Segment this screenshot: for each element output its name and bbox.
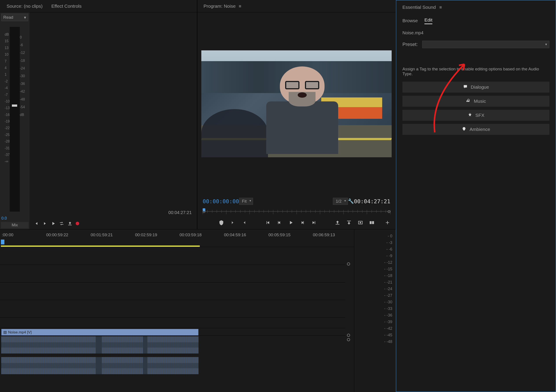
tag-label: Music — [474, 99, 486, 104]
tag-dialogue-button[interactable]: Dialogue — [402, 82, 549, 92]
insert-icon[interactable] — [67, 221, 73, 226]
hint-text: Assign a Tag to the selection to enable … — [396, 54, 556, 82]
keyframe-icon[interactable] — [347, 338, 350, 341]
play-icon[interactable] — [51, 221, 56, 226]
source-tab[interactable]: Source: (no clips) — [7, 4, 42, 9]
program-monitor[interactable] — [197, 12, 396, 195]
music-icon — [466, 98, 471, 104]
tab-edit[interactable]: Edit — [425, 17, 432, 24]
svg-rect-3 — [372, 221, 374, 224]
out-marker[interactable] — [388, 210, 390, 213]
tag-label: Dialogue — [471, 85, 489, 90]
effect-controls-tab[interactable]: Effect Controls — [51, 4, 81, 9]
tag-sfx-button[interactable]: SFX — [402, 110, 549, 121]
source-timecode: 00:04:27:21 — [30, 210, 197, 218]
record-icon[interactable] — [76, 222, 79, 225]
ambience-icon — [462, 126, 466, 132]
ruler-label: 00:03:59:18 — [179, 232, 201, 237]
scrubber[interactable] — [203, 207, 390, 216]
db-scale-left: dB151310741-2-4-7-10-13-16-19-22-25-28-3… — [5, 27, 10, 212]
timeline-panel: :00:0000:00:59:2200:01:59:2100:02:59:190… — [0, 229, 396, 392]
video-frame — [201, 50, 392, 157]
ruler-label: 00:00:59:22 — [46, 232, 68, 237]
ruler-label: 00:06:59:13 — [313, 232, 335, 237]
step-back-icon[interactable] — [277, 220, 282, 225]
sfx-icon — [468, 112, 472, 118]
settings-icon[interactable]: 🔧 — [348, 198, 354, 204]
keyframe-icon[interactable] — [347, 334, 350, 337]
tracks-area[interactable]: ▧Noise.mp4 [V] — [0, 247, 354, 392]
tag-ambience-button[interactable]: Ambience — [402, 124, 549, 135]
mark-in-icon[interactable] — [230, 220, 236, 225]
ruler-label: 00:02:59:19 — [135, 232, 157, 237]
zoom-select[interactable]: Fit — [239, 198, 253, 205]
duration-timecode: 00:04:27:21 — [354, 198, 390, 205]
mix-label: Mix — [1, 222, 29, 228]
audio-meters: - 0- -3- -6- -9- -12- -15- -18- -21- -24… — [354, 230, 396, 392]
fader-value: 0.0 — [0, 216, 30, 221]
selected-clip-name: Noise.mp4 — [396, 27, 556, 38]
ruler-label: 00:04:59:16 — [224, 232, 246, 237]
go-to-out-icon[interactable] — [42, 221, 47, 226]
preset-select[interactable] — [422, 41, 549, 48]
resolution-select[interactable]: 1/2 — [333, 198, 348, 205]
ruler-label: :00:00 — [2, 232, 13, 237]
program-panel: Program: Noise 00:00:00:00 Fit — [197, 0, 396, 229]
mark-out-icon[interactable] — [241, 220, 247, 225]
svg-point-1 — [360, 222, 361, 223]
panel-menu-icon[interactable] — [239, 4, 241, 9]
export-frame-icon[interactable] — [357, 220, 363, 225]
lift-icon[interactable] — [335, 220, 340, 225]
tag-music-button[interactable]: Music — [402, 96, 549, 107]
panel-menu-icon[interactable] — [439, 5, 442, 10]
preset-label: Preset: — [402, 42, 418, 47]
tag-label: SFX — [475, 113, 485, 118]
go-to-in-icon[interactable] — [265, 220, 271, 225]
svg-rect-2 — [370, 221, 372, 224]
panel-title: Essential Sound — [402, 5, 436, 10]
db-scale-right: 0-6-12-18-24-30-36-42-48-54dB — [20, 27, 25, 212]
automation-mode-select[interactable]: Read▾ — [1, 14, 28, 21]
video-clip[interactable]: ▧Noise.mp4 [V] — [1, 329, 199, 336]
playhead-timecode[interactable]: 00:00:00:00 — [203, 198, 239, 205]
keyframe-icon[interactable] — [347, 262, 350, 266]
time-ruler[interactable]: :00:0000:00:59:2200:01:59:2100:02:59:190… — [0, 230, 354, 247]
go-to-in-icon[interactable] — [34, 221, 39, 226]
work-area-bar[interactable] — [1, 246, 200, 247]
in-marker[interactable] — [203, 210, 205, 213]
essential-sound-panel: Essential Sound Browse Edit Noise.mp4 Pr… — [396, 0, 556, 392]
dialogue-icon — [463, 84, 468, 90]
play-icon[interactable] — [288, 220, 294, 225]
ruler-label: 00:01:59:21 — [91, 232, 113, 237]
marker-icon[interactable] — [218, 220, 224, 225]
tag-label: Ambience — [470, 127, 490, 132]
tab-browse[interactable]: Browse — [402, 18, 418, 23]
add-button-icon[interactable] — [385, 220, 390, 225]
source-panel: Source: (no clips) Effect Controls Read▾… — [0, 0, 197, 229]
audio-clip-right[interactable] — [1, 357, 199, 374]
program-tab[interactable]: Program: Noise — [203, 4, 236, 9]
ruler-label: 00:05:59:15 — [268, 232, 290, 237]
audio-clip-left[interactable] — [1, 336, 199, 354]
vu-meter[interactable] — [10, 27, 20, 212]
extract-icon[interactable] — [346, 220, 352, 225]
fader-handle[interactable] — [12, 105, 17, 107]
timeline-playhead[interactable] — [1, 239, 4, 244]
loop-icon[interactable] — [59, 221, 64, 226]
step-forward-icon[interactable] — [300, 220, 305, 225]
go-to-out-icon[interactable] — [311, 220, 317, 225]
comparison-icon[interactable] — [369, 220, 375, 225]
